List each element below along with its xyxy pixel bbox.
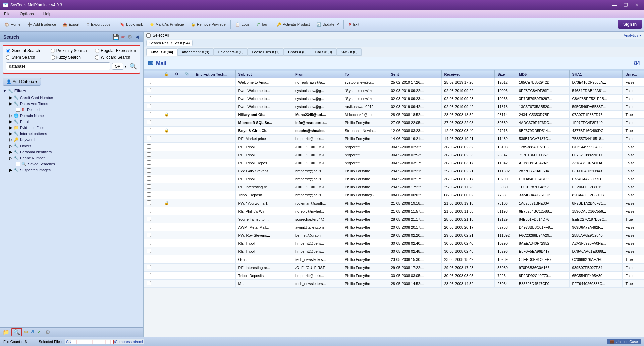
minimize-button[interactable]: — [609,2,620,8]
home-button[interactable]: 🏠 Home [2,21,23,28]
filter-deleted[interactable]: 🗑 Deleted [3,107,140,113]
collapse-panel-button[interactable]: ◄ [134,34,140,40]
row-checkbox[interactable] [147,225,151,229]
table-row[interactable]: FW: Roy Stevens... bennett@graphi... Phi… [144,231,644,239]
wildcard-search-radio[interactable] [95,55,99,60]
update-ip-button[interactable]: 🔄 Update IP [314,21,342,28]
operator-chevron-icon[interactable]: ▼ [124,65,127,68]
row-checkbox[interactable] [147,152,151,157]
filter-phone-number[interactable]: ▷ 🔧 Phone Number [3,155,140,161]
tab-attachment[interactable]: Attachment # (9) [177,48,213,56]
row-checkbox[interactable] [147,120,151,124]
table-row[interactable]: RE: Tripoli /O=FL/OU=FIRST... hmperritt … [144,143,644,151]
export-button[interactable]: 📤 Export [60,21,82,28]
table-row[interactable]: 🔒 Hillary and Oba... Muna2345@aol.... Ml… [144,111,644,119]
col-subject[interactable]: Subject [235,70,292,78]
row-checkbox[interactable] [147,112,151,116]
table-row[interactable]: Fwd: Welcome to... systoolsnew@g... "Sys… [144,95,644,103]
clear-search-button[interactable]: ✏ [121,34,125,40]
wildcard-search-option[interactable]: Wildcard Search [95,55,137,60]
select-all-checkbox-row[interactable]: Select All [146,33,169,38]
table-row[interactable]: Goin... tech_newsletters... Phillip Fors… [144,255,644,264]
filter-saved-searches[interactable]: 🔍 Saved Searches [3,161,140,167]
row-checkbox[interactable] [147,96,151,100]
export-jobs-button[interactable]: ⚙ Export Jobs [84,21,113,28]
settings-tool-button[interactable]: ⚙ [45,329,50,335]
select-all-checkbox[interactable] [146,33,151,38]
row-checkbox[interactable] [147,249,151,253]
filter-keywords[interactable]: ▷ 🔑 Keywords [3,137,140,143]
table-row[interactable]: AWMI Metal Mail... awmi@talley.com Phill… [144,223,644,231]
row-checkbox[interactable] [147,160,151,165]
fuzzy-search-radio[interactable] [51,55,55,60]
exit-button[interactable]: ✖ Exit [346,21,362,28]
general-search-option[interactable]: General Search [6,48,48,53]
operator-button[interactable]: OR [112,63,124,70]
table-row[interactable]: RE: Tripoli hmperritt@bells... Phillip F… [144,175,644,183]
col-unread[interactable]: Unre... [623,70,644,78]
stem-search-radio[interactable] [6,55,10,60]
logs-button[interactable]: 📋 Logs [233,21,252,28]
proximity-search-option[interactable]: Proximity Search [51,48,93,53]
table-row[interactable]: Tripoli Deposits hmperritt@bells... Phil… [144,272,644,280]
tab-sms[interactable]: SMS # (0) [336,48,362,56]
analytics-button[interactable]: Analytics ▾ [624,33,641,38]
table-row[interactable]: Fwd: Welcome to... systoolsnew@g... ravi… [144,103,644,111]
row-checkbox[interactable] [147,281,151,285]
table-row[interactable]: RE: Interesting re... /O=FL/OU=FIRST... … [144,183,644,191]
tab-calls[interactable]: Calls # (0) [311,48,336,56]
table-row[interactable]: 🔒 FW: "You won a T... rcoleman@south... … [144,199,644,207]
row-checkbox[interactable] [147,233,151,237]
row-checkbox[interactable] [147,200,151,205]
table-row[interactable]: Tripoli Deposit hmperritt@bells... Phill… [144,191,644,199]
search-result-tab[interactable]: Search Result Set # (94) [146,40,193,46]
row-checkbox[interactable] [147,136,151,140]
eye-tool-button[interactable]: 👁 [31,329,36,335]
table-row[interactable]: FW: Gary Stevens... hmperritt@bells... P… [144,167,644,175]
table-row[interactable]: Microsoft SQL Se... info@msreportu... Ph… [144,119,644,127]
tab-loose-files[interactable]: Loose Files # (1) [248,48,284,56]
row-checkbox[interactable] [147,257,151,261]
signin-button[interactable]: Sign In [618,20,642,29]
save-search-button[interactable]: 💾 [112,34,119,40]
tag-tool-button[interactable]: 🏷 [38,329,43,335]
filters-expand-icon[interactable]: ▼ [3,89,7,93]
activate-button[interactable]: 🔑 Activate Product [274,21,312,28]
row-checkbox[interactable] [147,144,151,149]
filter-dates-times[interactable]: ▶ 🔧 Dates And Times [3,101,140,107]
bookmark-button[interactable]: 🔖 Bookmark [117,21,146,28]
row-checkbox[interactable] [147,88,151,92]
tag-button[interactable]: 🏷 Tag [254,21,270,28]
search-tool-button[interactable]: 🔍 [11,328,22,336]
search-settings-button[interactable]: ⚙ [127,34,132,40]
menu-file[interactable]: File [2,11,12,17]
filter-internet-patterns[interactable]: ▶ 🔧 Internet patterns [3,131,140,137]
mark-privilege-button[interactable]: ⭐ Mark As Privilege [147,21,187,28]
row-checkbox[interactable] [147,168,151,173]
row-checkbox[interactable] [147,176,151,181]
filter-credit-card[interactable]: ▶ 🔧 Credit Card Number [3,95,140,101]
fuzzy-search-option[interactable]: Fuzzy Search [51,55,93,60]
email-data-table[interactable]: 🔒 ⚙ 📎 Encryption Tech... Subject From To… [144,70,644,337]
table-row[interactable]: Mac... tech_newsletters... Phillip Forsy… [144,280,644,288]
menu-help[interactable]: Help [41,11,54,17]
table-row[interactable]: Fwd: Welcome to... systoolsnew@g... "Sys… [144,86,644,95]
restore-button[interactable]: ❐ [621,2,631,8]
tab-chats[interactable]: Chats # (0) [284,48,311,56]
row-checkbox[interactable] [147,80,151,84]
folder-tool-button[interactable]: 📁 [3,329,9,335]
table-row[interactable]: RE: Tripoli hmperritt@bells... Phillip F… [144,247,644,255]
col-sha1[interactable]: SHA1 [569,70,623,78]
filter-ss-checkbox[interactable] [16,162,20,166]
tab-calendars[interactable]: Calendars # (0) [214,48,248,56]
table-row[interactable]: RE: Phillip's Win... noreply@myhel... Ph… [144,207,644,215]
close-button[interactable]: ✕ [632,2,641,8]
menu-options[interactable]: Options [18,11,36,17]
proximity-search-radio[interactable] [51,49,55,53]
filter-domain-name[interactable]: ▷ 🌐 Domain Name [3,113,140,119]
col-encryption[interactable]: Encryption Tech... [193,70,235,78]
filter-suspected-images[interactable]: ▶ 🔧 Suspected Images [3,167,140,173]
row-checkbox[interactable] [147,192,151,197]
remove-privilege-button[interactable]: 🔒 Remove Privilege [188,21,228,28]
table-row[interactable]: RE: Tripoli /O=FL/OU=FIRST... hmperritt … [144,151,644,159]
